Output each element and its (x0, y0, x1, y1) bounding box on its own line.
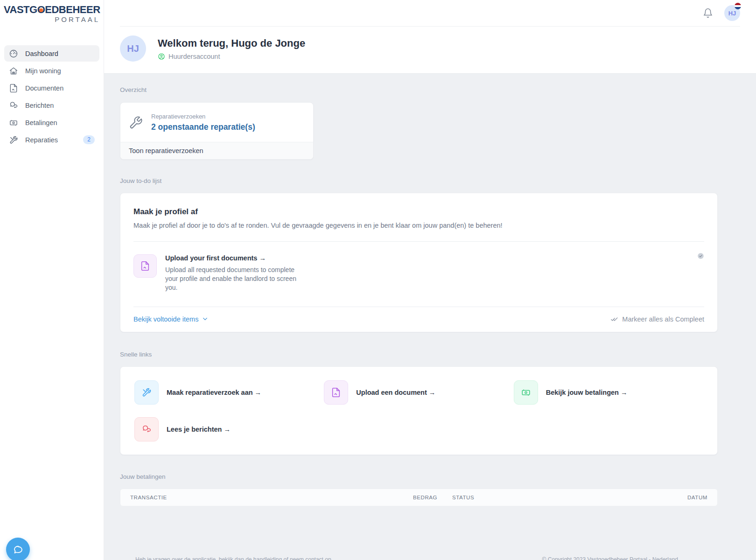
document-upload-tile (133, 254, 157, 278)
footer-help-text: Heb je vragen over de applicatie, bekijk… (135, 556, 331, 560)
mark-all-label: Markeer alles als Compleet (622, 315, 704, 323)
sidebar-item-reparaties[interactable]: Reparaties 2 (4, 132, 99, 148)
dashboard-icon (9, 49, 18, 58)
brand-logo: VASTGOEDBEHEER PORTAAL (0, 0, 104, 23)
main-area: HJ HJ Welkom terug, Hugo de Jonge Huurde… (104, 0, 756, 560)
open-repairs-link[interactable]: 2 openstaande reparatie(s) (151, 122, 255, 132)
todo-footer: Bekijk voltooide items Markeer alles als… (133, 307, 704, 332)
sidebar-item-berichten[interactable]: Berichten (4, 97, 99, 113)
todo-item-description: Upload all requested documents to comple… (165, 266, 305, 292)
wrench-icon (129, 116, 143, 130)
tools-icon (134, 380, 159, 405)
quicklinks-card: Maak reparatieverzoek aan → Upload een d… (120, 366, 718, 455)
quicklink-upload-document[interactable]: Upload een document → (324, 380, 513, 405)
welcome-header: HJ Welkom terug, Hugo de Jonge Huurdersa… (120, 27, 740, 73)
user-avatar[interactable]: HJ (724, 5, 740, 21)
section-label-todo: Jouw to-do lijst (120, 177, 740, 184)
mark-all-complete-button[interactable]: Markeer alles als Compleet (610, 315, 704, 323)
section-label-betalingen: Jouw betalingen (120, 473, 740, 480)
chat-icon (134, 417, 159, 441)
banknote-icon (9, 118, 18, 127)
sidebar-item-dashboard[interactable]: Dashboard (4, 45, 99, 62)
show-completed-label: Bekijk voltooide items (133, 315, 198, 323)
topbar: HJ (120, 0, 740, 27)
chat-fab-button[interactable] (6, 538, 30, 560)
nl-flag-icon (735, 3, 741, 9)
brand-orange-dot: O (37, 4, 45, 16)
repairs-card-label: Reparatieverzoeken (151, 113, 255, 120)
show-completed-toggle[interactable]: Bekijk voltooide items (133, 315, 209, 323)
quicklink-label: Bekijk jouw betalingen → (546, 389, 628, 396)
top-white-band: HJ HJ Welkom terug, Hugo de Jonge Huurde… (104, 0, 756, 74)
page-footer: Heb je vragen over de applicatie, bekijk… (120, 556, 718, 560)
double-check-icon (610, 315, 618, 323)
column-datum: DATUM (687, 495, 707, 500)
house-icon (9, 66, 18, 76)
quicklink-read-messages[interactable]: Lees je berichten → (134, 417, 324, 441)
quicklink-label: Lees je berichten → (167, 426, 231, 433)
user-circle-icon (158, 53, 165, 60)
sidebar-item-label: Dashboard (25, 50, 58, 57)
brand-subtitle: PORTAAL (4, 15, 100, 23)
payments-table-header: TRANSACTIE BEDRAG STATUS DATUM (120, 489, 718, 506)
quicklink-label: Maak reparatieverzoek aan → (167, 389, 261, 396)
sidebar-item-label: Betalingen (25, 119, 57, 126)
sidebar-item-mijn-woning[interactable]: Mijn woning (4, 63, 99, 79)
section-label-snelle-links: Snelle links (120, 351, 740, 358)
sidebar-item-label: Berichten (25, 102, 54, 109)
sidebar: VASTGOEDBEHEER PORTAAL Dashboard Mijn wo… (0, 0, 104, 560)
repairs-overview-card: Reparatieverzoeken 2 openstaande reparat… (120, 102, 314, 160)
todo-item-upload-documents: Upload your first documents → Upload all… (133, 242, 704, 292)
chat-bubble-icon (13, 544, 24, 555)
app-root: VASTGOEDBEHEER PORTAAL Dashboard Mijn wo… (0, 0, 756, 560)
banknote-icon (514, 380, 538, 405)
sidebar-item-label: Documenten (25, 84, 63, 92)
column-transactie: TRANSACTIE (130, 495, 413, 500)
quicklink-create-repair[interactable]: Maak reparatieverzoek aan → (134, 380, 324, 405)
welcome-avatar: HJ (120, 35, 146, 62)
account-type-label: Huurdersaccount (168, 53, 220, 60)
check-circle-icon[interactable] (697, 252, 704, 259)
todo-item-link[interactable]: Upload your first documents → (165, 254, 679, 262)
sidebar-nav: Dashboard Mijn woning Documenten Bericht… (0, 45, 104, 148)
quicklink-label: Upload een document → (356, 389, 435, 396)
reparaties-count-badge: 2 (83, 135, 95, 144)
sidebar-item-betalingen[interactable]: Betalingen (4, 114, 99, 131)
section-label-overzicht: Overzicht (120, 74, 740, 93)
footer-copyright: © Copyright 2023 Vastgoedbeheer Portaal … (542, 556, 678, 560)
tools-icon (9, 135, 18, 145)
sidebar-item-label: Mijn woning (25, 67, 61, 75)
brand-name: VASTGOEDBEHEER (4, 4, 100, 16)
notifications-bell-icon[interactable] (703, 8, 713, 18)
todo-title: Maak je profiel af (133, 207, 704, 217)
document-icon (324, 380, 348, 405)
chat-icon (9, 101, 18, 110)
sidebar-item-label: Reparaties (25, 136, 58, 144)
todo-description: Maak je profiel af door je to do's af te… (133, 222, 704, 229)
column-bedrag: BEDRAG (413, 495, 452, 500)
quicklink-view-payments[interactable]: Bekijk jouw betalingen → (514, 380, 703, 405)
sidebar-item-documenten[interactable]: Documenten (4, 80, 99, 96)
todo-card: Maak je profiel af Maak je profiel af do… (120, 193, 718, 332)
chevron-down-icon (202, 315, 209, 322)
document-icon (140, 261, 150, 271)
page-title: Welkom terug, Hugo de Jonge (158, 37, 305, 49)
avatar-initials: HJ (728, 10, 736, 17)
show-repairs-link[interactable]: Toon reparatieverzoeken (120, 142, 313, 159)
column-status: STATUS (452, 495, 687, 500)
document-icon (9, 84, 18, 93)
content-area: Overzicht Reparatieverzoeken 2 openstaan… (104, 74, 756, 560)
